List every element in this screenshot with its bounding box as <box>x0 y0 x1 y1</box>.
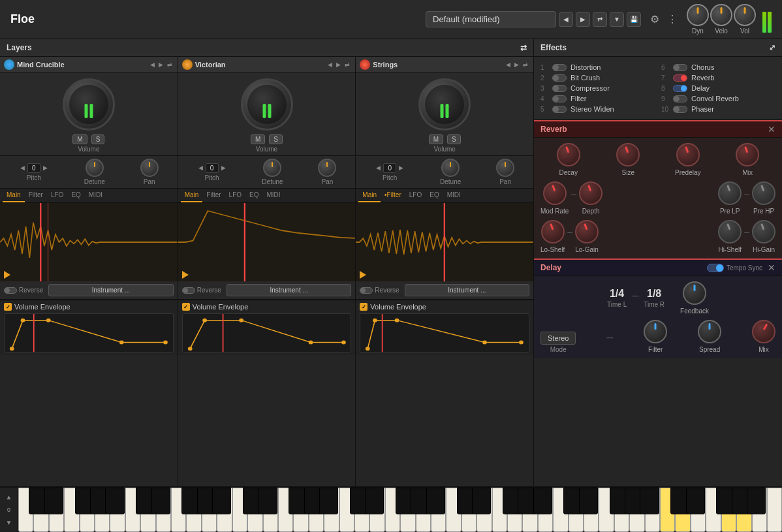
layer3-pitch-down[interactable]: ◀ <box>375 164 382 172</box>
layer3-waveform[interactable] <box>356 203 533 281</box>
effect-toggle-compressor[interactable] <box>552 85 567 92</box>
menu-btn[interactable]: ⋮ <box>666 12 679 27</box>
black-key[interactable] <box>365 488 384 514</box>
layer3-tab-midi[interactable]: MIDI <box>443 189 465 202</box>
layer3-detune-knob[interactable] <box>441 159 460 177</box>
black-key[interactable] <box>472 488 491 514</box>
reverb-logan-knob[interactable] <box>575 220 599 243</box>
reverb-close-btn[interactable]: ✕ <box>768 124 775 134</box>
layer3-pitch-up[interactable]: ▶ <box>398 164 405 172</box>
layer2-solo-btn[interactable]: S <box>269 134 283 144</box>
layer3-tab-filter[interactable]: •Filter <box>381 189 405 202</box>
layer1-next-btn[interactable]: ▶ <box>157 61 164 69</box>
layer2-detune-knob[interactable] <box>263 159 281 177</box>
layer2-env-checkbox[interactable]: ✓ <box>182 303 190 311</box>
black-key[interactable] <box>151 488 170 514</box>
delay-mix-knob[interactable] <box>752 320 775 343</box>
piano-down-arrow[interactable]: ▼ <box>6 519 12 526</box>
reverb-predelay-knob[interactable] <box>676 143 700 166</box>
layer2-shuffle-btn[interactable]: ⇄ <box>343 61 351 69</box>
black-key[interactable] <box>105 488 124 514</box>
effect-name-filter[interactable]: Filter <box>571 95 586 102</box>
effect-toggle-bitcrush[interactable] <box>552 74 567 82</box>
effect-name-delay[interactable]: Delay <box>691 84 710 92</box>
layer2-reverse-toggle[interactable] <box>182 287 195 294</box>
layer2-tab-eq[interactable]: EQ <box>245 189 262 202</box>
black-key[interactable] <box>44 488 63 514</box>
layer2-pitch-up[interactable]: ▶ <box>220 164 227 172</box>
reverb-loshelf-knob[interactable] <box>541 220 565 243</box>
reverb-hishelf-knob[interactable] <box>718 220 742 243</box>
reverb-prelp-knob[interactable] <box>718 181 742 205</box>
preset-save-btn[interactable]: 💾 <box>627 12 641 27</box>
black-key[interactable] <box>747 488 766 514</box>
layer2-tab-filter[interactable]: Filter <box>202 189 225 202</box>
layer2-pitch-down[interactable]: ◀ <box>197 164 204 172</box>
layer1-prev-btn[interactable]: ◀ <box>149 61 156 69</box>
layer3-volume-knob[interactable] <box>418 78 471 131</box>
effect-toggle-convolreverb[interactable] <box>673 95 687 102</box>
layer3-envelope-graph[interactable] <box>360 313 529 352</box>
layer1-reverse-toggle[interactable] <box>4 287 17 294</box>
layer1-tab-main[interactable]: Main <box>3 189 25 202</box>
effect-toggle-delay[interactable] <box>673 85 687 92</box>
tempo-sync-toggle[interactable] <box>707 264 724 272</box>
reverb-modrate-knob[interactable] <box>543 181 567 205</box>
layer1-pitch-up[interactable]: ▶ <box>42 164 49 172</box>
layer3-env-checkbox[interactable]: ✓ <box>360 303 368 311</box>
dyn-knob[interactable] <box>687 4 709 26</box>
piano-keys[interactable] <box>18 488 782 532</box>
preset-menu-btn[interactable]: ▼ <box>610 12 624 27</box>
layer3-tab-main[interactable]: Main <box>358 189 381 202</box>
effect-toggle-stereowiden[interactable] <box>552 106 567 113</box>
velo-knob[interactable] <box>710 4 732 26</box>
preset-prev-btn[interactable]: ◀ <box>559 12 573 27</box>
effect-name-phaser[interactable]: Phaser <box>691 105 714 113</box>
delay-close-btn[interactable]: ✕ <box>768 262 775 273</box>
effect-name-compressor[interactable]: Compressor <box>571 84 610 92</box>
layer1-tab-filter[interactable]: Filter <box>25 189 47 202</box>
layer2-reverse-btn[interactable]: Reverse <box>182 287 221 294</box>
layer3-solo-btn[interactable]: S <box>447 134 461 144</box>
layer1-tab-lfo[interactable]: LFO <box>47 189 67 202</box>
black-key[interactable] <box>579 488 598 514</box>
layer2-instrument-btn[interactable]: Instrument ... <box>227 284 351 296</box>
reverb-decay-knob[interactable] <box>557 143 580 166</box>
layer1-instrument-btn[interactable]: Instrument ... <box>48 284 173 296</box>
black-key[interactable] <box>212 488 231 514</box>
layer1-waveform[interactable] <box>0 203 178 281</box>
reverb-higan-knob[interactable] <box>752 220 775 243</box>
layer1-detune-knob[interactable] <box>86 159 104 177</box>
layer2-pan-knob[interactable] <box>318 159 336 177</box>
effect-name-stereowiden[interactable]: Stereo Widen <box>571 105 614 113</box>
layer1-envelope-graph[interactable] <box>4 313 174 352</box>
effect-name-distortion[interactable]: Distortion <box>571 63 601 71</box>
preset-next-btn[interactable]: ▶ <box>576 12 590 27</box>
layer3-next-btn[interactable]: ▶ <box>513 61 520 69</box>
layers-shuffle-icon[interactable]: ⇄ <box>520 43 527 52</box>
effect-toggle-distortion[interactable] <box>552 64 567 71</box>
layer1-mute-btn[interactable]: M <box>72 134 87 144</box>
layer1-tab-midi[interactable]: MIDI <box>85 189 106 202</box>
layer1-volume-knob[interactable] <box>63 78 115 131</box>
delay-stereo-btn[interactable]: Stereo <box>540 332 576 345</box>
layer3-instrument-btn[interactable]: Instrument ... <box>405 284 529 296</box>
layer3-tab-eq[interactable]: EQ <box>426 189 443 202</box>
layer2-tab-main[interactable]: Main <box>181 189 203 202</box>
black-key[interactable] <box>686 488 705 514</box>
effect-toggle-chorus[interactable] <box>673 64 687 71</box>
layer2-envelope-graph[interactable] <box>182 313 352 352</box>
layer3-mute-btn[interactable]: M <box>429 134 443 144</box>
layer2-next-btn[interactable]: ▶ <box>335 61 342 69</box>
layer3-pan-knob[interactable] <box>496 159 514 177</box>
layer1-tab-eq[interactable]: EQ <box>67 189 84 202</box>
layer1-env-checkbox[interactable]: ✓ <box>4 303 12 311</box>
layer3-tab-lfo[interactable]: LFO <box>405 189 426 202</box>
delay-filter-knob[interactable] <box>644 320 667 343</box>
reverb-prehp-knob[interactable] <box>752 181 775 205</box>
reverb-mix-knob[interactable] <box>736 143 759 166</box>
layer2-waveform[interactable] <box>178 203 356 281</box>
layer1-shuffle-btn[interactable]: ⇄ <box>166 61 174 69</box>
white-key[interactable] <box>767 488 782 532</box>
effects-expand-icon[interactable]: ⤢ <box>769 43 775 52</box>
